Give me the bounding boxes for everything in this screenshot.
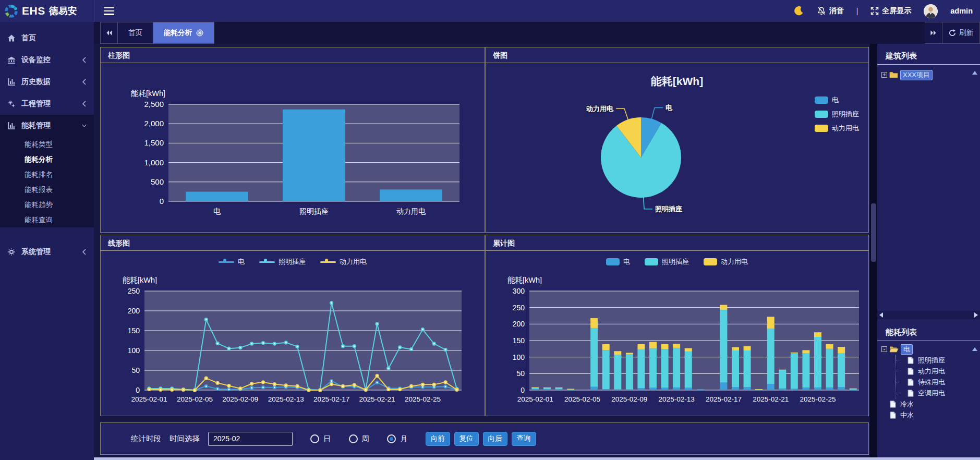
stack-segment-动力用电[interactable] (826, 344, 833, 349)
stack-segment-照明插座[interactable] (685, 352, 692, 388)
stack-segment-动力用电[interactable] (614, 351, 621, 355)
stack-segment-电[interactable] (567, 390, 574, 390)
sidebar-item-工程管理[interactable]: 工程管理 (0, 93, 94, 115)
sidebar-subitem-能耗趋势[interactable]: 能耗趋势 (0, 197, 94, 212)
stack-segment-照明插座[interactable] (649, 348, 657, 388)
stack-segment-照明插座[interactable] (802, 354, 809, 388)
stack-segment-电[interactable] (791, 389, 798, 390)
button-查询[interactable]: 查询 (512, 432, 536, 446)
stack-segment-动力用电[interactable] (767, 317, 775, 329)
stack-segment-照明插座[interactable] (602, 350, 610, 389)
sidebar-item-设备监控[interactable]: 设备监控 (0, 49, 94, 71)
stack-segment-照明插座[interactable] (744, 350, 751, 387)
stack-segment-电[interactable] (767, 384, 775, 390)
username[interactable]: admin (950, 7, 973, 15)
stack-segment-动力用电[interactable] (685, 348, 692, 352)
scrollbar-thumb[interactable] (871, 203, 876, 262)
stack-segment-电[interactable] (720, 382, 727, 390)
tabs-scroll-right-button[interactable] (925, 22, 942, 44)
menu-toggle-icon[interactable] (104, 7, 114, 15)
bar-动力用电[interactable] (380, 189, 442, 201)
stack-segment-动力用电[interactable] (531, 387, 539, 388)
sidebar-subitem-能耗报表[interactable]: 能耗报表 (0, 182, 94, 197)
tabs-scroll-left-button[interactable] (100, 22, 118, 44)
stack-segment-照明插座[interactable] (590, 328, 598, 387)
legend-item-动力用电[interactable]: 动力用电 (815, 124, 859, 133)
stack-segment-照明插座[interactable] (531, 388, 539, 390)
stack-segment-电[interactable] (661, 388, 669, 390)
stack-segment-动力用电[interactable] (814, 332, 821, 337)
main-vertical-scrollbar[interactable] (870, 44, 877, 460)
stack-segment-动力用电[interactable] (838, 347, 845, 354)
scroll-left-icon[interactable] (879, 312, 883, 318)
legend-item-照明插座[interactable]: 照明插座 (815, 110, 859, 119)
stack-segment-电[interactable] (685, 388, 692, 390)
stack-segment-动力用电[interactable] (590, 318, 598, 328)
theme-moon-icon[interactable] (794, 6, 804, 16)
stack-segment-照明插座[interactable] (791, 353, 798, 389)
radio-日[interactable]: 日 (310, 434, 331, 444)
stack-segment-照明插座[interactable] (779, 370, 786, 389)
stack-segment-动力用电[interactable] (755, 389, 763, 390)
expand-plus-icon[interactable]: + (881, 72, 887, 78)
mute-button[interactable]: 消音 (817, 6, 844, 16)
stack-segment-照明插座[interactable] (814, 337, 821, 388)
stack-segment-电[interactable] (637, 388, 645, 390)
stack-segment-电[interactable] (614, 390, 621, 390)
stack-segment-电[interactable] (673, 388, 680, 390)
stack-segment-照明插座[interactable] (720, 310, 727, 382)
radio-月[interactable]: 月 (387, 434, 408, 444)
avatar[interactable] (924, 4, 938, 18)
button-复位[interactable]: 复位 (454, 432, 479, 446)
sidebar-subitem-能耗类型[interactable]: 能耗类型 (0, 137, 94, 152)
bar-电[interactable] (186, 192, 248, 201)
stack-segment-照明插座[interactable] (696, 390, 704, 390)
stack-segment-动力用电[interactable] (649, 342, 657, 349)
stack-segment-电[interactable] (626, 390, 633, 390)
fullscreen-button[interactable]: 全屏显示 (870, 6, 911, 16)
stack-segment-照明插座[interactable] (614, 355, 621, 390)
stack-segment-电[interactable] (744, 387, 751, 390)
scroll-right-icon[interactable] (974, 312, 978, 318)
stack-segment-动力用电[interactable] (543, 388, 551, 388)
right-horizontal-scrollbar[interactable] (877, 311, 980, 319)
stack-segment-照明插座[interactable] (673, 348, 680, 388)
stack-segment-动力用电[interactable] (661, 344, 669, 349)
sidebar-subitem-能耗分析[interactable]: 能耗分析 (0, 152, 94, 167)
stack-segment-动力用电[interactable] (626, 353, 633, 354)
tree-node-电[interactable]: -电 (881, 344, 978, 355)
stack-segment-电[interactable] (814, 388, 821, 390)
sidebar-item-能耗管理[interactable]: 能耗管理 (0, 115, 94, 137)
button-向前[interactable]: 向前 (426, 432, 450, 446)
stack-segment-照明插座[interactable] (767, 329, 775, 384)
tab-close-icon[interactable] (196, 29, 203, 37)
stack-segment-照明插座[interactable] (732, 350, 739, 387)
time-input[interactable] (208, 432, 293, 446)
stack-segment-动力用电[interactable] (720, 305, 727, 310)
sidebar-item-历史数据[interactable]: 历史数据 (0, 71, 94, 93)
stack-segment-动力用电[interactable] (791, 353, 798, 353)
bar-照明插座[interactable] (283, 110, 345, 201)
stack-segment-电[interactable] (826, 388, 833, 390)
button-向后[interactable]: 向后 (483, 432, 507, 446)
stack-segment-照明插座[interactable] (826, 349, 833, 388)
stack-segment-电[interactable] (838, 387, 845, 390)
tree-node-冷水[interactable]: 冷水 (881, 398, 978, 409)
sidebar-item-系统管理[interactable]: 系统管理 (0, 241, 94, 263)
stack-segment-电[interactable] (543, 389, 551, 390)
stack-segment-电[interactable] (555, 389, 562, 390)
sidebar-subitem-能耗查询[interactable]: 能耗查询 (0, 212, 94, 227)
stack-segment-照明插座[interactable] (626, 354, 633, 390)
collapse-minus-icon[interactable]: - (881, 346, 887, 352)
stack-segment-动力用电[interactable] (637, 344, 645, 349)
radio-周[interactable]: 周 (349, 434, 370, 444)
tree-node-中水[interactable]: 中水 (881, 409, 978, 420)
tree-node-XXX项目[interactable]: +XXX项目 (881, 69, 978, 80)
tree-node-空调用电[interactable]: 空调用电 (896, 388, 978, 398)
sidebar-subitem-能耗排名[interactable]: 能耗排名 (0, 167, 94, 182)
stack-segment-照明插座[interactable] (637, 349, 645, 388)
stack-segment-电[interactable] (779, 389, 786, 390)
stack-segment-照明插座[interactable] (661, 349, 669, 388)
tree-node-动力用电[interactable]: 动力用电 (896, 366, 978, 377)
stack-segment-动力用电[interactable] (555, 388, 562, 388)
